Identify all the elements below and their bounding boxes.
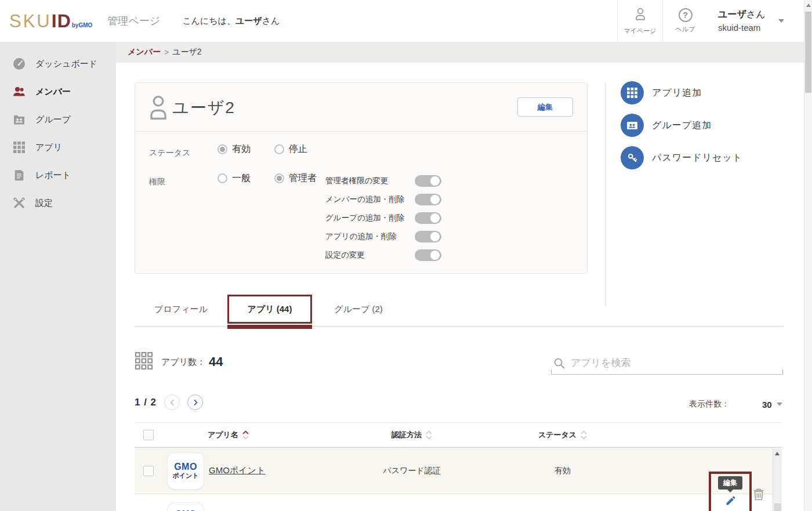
add-group-button[interactable]: グループ追加: [621, 114, 742, 137]
next-page-button[interactable]: [187, 394, 203, 410]
tab-profile[interactable]: プロフィール: [135, 295, 227, 324]
table-row-partial: GMO: [135, 494, 773, 511]
edit-user-button[interactable]: 編集: [517, 97, 573, 117]
sidebar-item-label: ダッシュボード: [35, 59, 97, 70]
permission-toggle-label: 設定の変更: [325, 250, 365, 260]
password-reset-button[interactable]: パスワードリセット: [621, 146, 742, 169]
user-avatar-icon: [146, 94, 171, 123]
apps-count-label: アプリ数：: [161, 357, 205, 368]
user-card-header: ユーザ2 編集: [135, 83, 587, 132]
table-scrollbar[interactable]: [773, 448, 782, 511]
sort-icon-asc-active: [242, 430, 249, 440]
scroll-up-arrow-icon[interactable]: [775, 452, 780, 455]
permission-option-admin[interactable]: 管理者: [274, 172, 317, 184]
greeting-username: ユーザ: [235, 16, 262, 26]
app-logo-text: GMO: [168, 508, 204, 511]
select-all-checkbox[interactable]: [143, 430, 154, 440]
app-name-link[interactable]: GMOポイント: [209, 465, 265, 476]
toggle-switch[interactable]: [415, 212, 441, 224]
greeting-suffix: さん: [262, 16, 280, 26]
apps-icon: [12, 140, 26, 154]
status-option-suspended[interactable]: 停止: [274, 143, 307, 155]
radio-label: 一般: [232, 172, 251, 184]
sidebar-item-groups[interactable]: グループ: [0, 106, 116, 133]
status-cell: 有効: [554, 466, 571, 476]
breadcrumb-current: ユーザ2: [172, 47, 201, 57]
edit-pencil-icon[interactable]: [725, 495, 737, 509]
add-app-button[interactable]: アプリ追加: [621, 81, 742, 104]
permission-row-group-add-remove: グループの追加・削除: [325, 209, 441, 227]
help-label: ヘルプ: [676, 25, 695, 34]
person-icon: [633, 6, 648, 24]
search-input[interactable]: [571, 355, 774, 371]
logo-text-sku: SKU: [9, 11, 52, 32]
sort-icon: [426, 430, 432, 440]
radio-button[interactable]: [217, 144, 227, 154]
permission-toggle-label: 管理者権限の変更: [325, 176, 388, 186]
permission-toggle-label: アプリの追加・削除: [325, 231, 397, 242]
column-label: アプリ名: [208, 430, 238, 440]
toggle-switch[interactable]: [415, 175, 441, 187]
quick-actions: アプリ追加 グループ追加 パスワードリセット: [621, 81, 742, 179]
status-option-active[interactable]: 有効: [217, 143, 251, 155]
sidebar-item-members[interactable]: メンバー: [0, 78, 116, 106]
greeting-prefix: こんにちは、: [182, 16, 235, 26]
toggle-switch[interactable]: [415, 231, 441, 242]
delete-trash-icon[interactable]: [753, 488, 764, 503]
help-button[interactable]: ? ヘルプ: [662, 0, 708, 42]
page-size-select[interactable]: 30: [762, 400, 782, 409]
skuid-logo[interactable]: SKU ID byGMO: [9, 10, 92, 32]
column-header-app-name[interactable]: アプリ名: [208, 430, 249, 440]
breadcrumb-parent[interactable]: メンバー: [128, 47, 161, 57]
tab-apps[interactable]: アプリ (44): [227, 295, 312, 324]
sidebar-item-apps[interactable]: アプリ: [0, 133, 116, 161]
admin-page: SKU ID byGMO 管理ページ こんにちは、ユーザさん マイページ ? ヘ…: [0, 0, 812, 511]
radio-button[interactable]: [274, 144, 284, 154]
tab-groups[interactable]: グループ (2): [312, 295, 405, 324]
permission-label: 権限: [149, 177, 165, 187]
toggle-switch[interactable]: [415, 194, 441, 205]
table-row: GMO ポイント GMOポイント パスワード認証 有効 編集: [135, 448, 773, 494]
apps-count: アプリ数： 44: [135, 351, 223, 372]
toggle-switch[interactable]: [415, 249, 441, 261]
radio-label: 停止: [289, 143, 307, 155]
sidebar-item-label: グループ: [35, 114, 71, 125]
app-header: SKU ID byGMO 管理ページ こんにちは、ユーザさん マイページ ? ヘ…: [0, 0, 804, 42]
sidebar-item-settings[interactable]: 設定: [0, 189, 116, 217]
logo-text-bygmo: byGMO: [72, 22, 93, 28]
chevron-down-icon: [778, 19, 784, 23]
page-scrollbar-thumb[interactable]: [805, 12, 811, 93]
permission-option-general[interactable]: 一般: [217, 172, 251, 184]
sidebar-item-reports[interactable]: レポート: [0, 161, 116, 189]
header-right: マイページ ? ヘルプ ユーザさん skuid-team: [617, 0, 804, 42]
column-header-status[interactable]: ステータス: [538, 430, 587, 440]
user-name-title: ユーザ2: [172, 97, 235, 119]
breadcrumb-separator: >: [164, 48, 169, 57]
page-size-label: 表示件数：: [689, 399, 730, 409]
status-radio-group: 有効 停止: [217, 143, 307, 155]
account-menu[interactable]: ユーザさん skuid-team: [708, 0, 804, 42]
radio-label: 管理者: [289, 172, 317, 184]
table-header-row: アプリ名 認証方法: [135, 422, 782, 448]
account-text: ユーザさん skuid-team: [718, 8, 766, 34]
page-size-value: 30: [762, 400, 772, 409]
admin-permission-list: 管理者権限の変更 メンバーの追加・削除 グループの追加・削除 アプリの追加・削除…: [325, 172, 441, 264]
members-icon: [12, 85, 26, 99]
row-checkbox[interactable]: [143, 466, 154, 476]
apps-add-icon: [621, 81, 644, 104]
mypage-button[interactable]: マイページ: [617, 0, 662, 42]
table-scrollbar-thumb[interactable]: [774, 503, 781, 511]
prev-page-button[interactable]: [164, 394, 180, 410]
chevron-down-icon: [777, 403, 782, 406]
column-header-auth-method[interactable]: 認証方法: [392, 430, 432, 440]
page-scrollbar[interactable]: [804, 0, 812, 511]
sidebar-item-dashboard[interactable]: ダッシュボード: [0, 50, 116, 78]
permission-row-settings-change: 設定の変更: [325, 246, 441, 264]
radio-button[interactable]: [217, 173, 227, 183]
main-content: ユーザ2 編集 ステータス 有効 停止 権限 一般: [116, 63, 804, 511]
permission-toggle-label: メンバーの追加・削除: [325, 194, 404, 205]
scroll-up-arrow-icon[interactable]: [806, 3, 811, 7]
status-label: ステータス: [149, 148, 190, 158]
radio-button[interactable]: [274, 173, 284, 183]
user-detail-card: ユーザ2 編集 ステータス 有効 停止 権限 一般: [135, 82, 588, 274]
